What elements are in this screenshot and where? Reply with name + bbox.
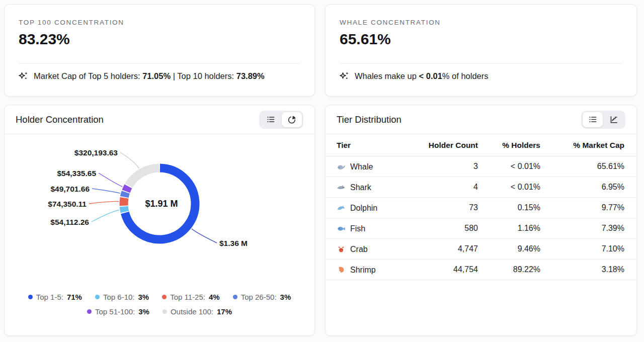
legend-value: 3%	[138, 293, 149, 301]
holder-count: 73	[411, 198, 478, 218]
donut-slice-top-51-100[interactable]	[126, 187, 128, 192]
legend-value: 3%	[280, 293, 291, 301]
pct-holders: < 0.01%	[478, 156, 540, 177]
holder-count: 3	[411, 156, 478, 177]
legend-value: 4%	[209, 293, 220, 301]
list-view-button[interactable]	[583, 112, 603, 127]
legend-dot	[28, 295, 33, 299]
legend-item-top-6-10[interactable]: Top 6-10: 3%	[95, 293, 149, 301]
donut-callout-line	[92, 189, 120, 193]
pct-holders: 89.22%	[478, 260, 540, 280]
panel-header: Holder Concentration	[5, 105, 314, 134]
legend-label: Top 11-25:	[170, 293, 205, 301]
legend-item-top-26-50[interactable]: Top 26-50: 3%	[233, 293, 291, 301]
donut-value-label-top-51-100: $54,335.65	[57, 169, 96, 178]
tier-row-shark: Shark4< 0.01%6.95%	[326, 177, 636, 198]
holder-count: 580	[411, 218, 478, 239]
view-toggle	[259, 111, 303, 129]
holder-count: 44,754	[411, 260, 478, 280]
tier-name: Fish	[350, 224, 365, 233]
donut-value-label-top-1-5: $1.36 M	[219, 239, 248, 247]
insight-note: Market Cap of Top 5 holders: 71.05% | To…	[19, 71, 300, 81]
column-header-pct-market-cap: % Market Cap	[540, 134, 636, 156]
donut-value-label-outside-100: $320,193.63	[74, 148, 118, 157]
view-toggle	[581, 111, 625, 129]
legend-label: Top 26-50:	[241, 293, 277, 301]
pct-holders: 9.46%	[478, 239, 540, 260]
legend-label: Top 51-100:	[95, 307, 135, 316]
tier-name: Whale	[350, 162, 373, 171]
stat-value: 65.61%	[340, 31, 622, 48]
tier-row-dolphin: Dolphin730.15%9.77%	[326, 198, 636, 218]
column-header-tier: Tier	[326, 134, 411, 156]
pct-market-cap: 3.18%	[540, 260, 636, 280]
legend-item-top-1-5[interactable]: Top 1-5: 71%	[28, 293, 82, 301]
donut-value-label-top-26-50: $49,701.66	[50, 185, 90, 193]
sparkle-icon	[340, 71, 350, 81]
whale-concentration-card: WHALE CONCENTRATION 65.61% Whales make u…	[325, 4, 637, 97]
legend-label: Top 6-10:	[103, 293, 135, 301]
holder-count: 4	[411, 177, 478, 198]
crab-icon	[337, 244, 346, 253]
list-view-button[interactable]	[261, 112, 281, 127]
stat-value: 83.23%	[19, 31, 300, 48]
legend-value: 17%	[217, 307, 232, 316]
pct-market-cap: 7.10%	[540, 239, 636, 260]
legend-dot	[162, 295, 167, 299]
insight-text: Market Cap of Top 5 holders: 71.05% | To…	[34, 71, 265, 81]
donut-svg: $1.36 M$54,112.26$74,350.11$49,701.66$54…	[5, 134, 315, 285]
fish-icon	[337, 224, 346, 233]
tier-name: Shrimp	[350, 266, 376, 274]
legend-dot	[163, 309, 167, 314]
pct-holders: < 0.01%	[478, 177, 540, 198]
stat-title: WHALE CONCENTRATION	[340, 19, 622, 26]
pct-holders: 1.16%	[478, 218, 540, 239]
shrimp-icon	[337, 265, 346, 274]
holder-count: 4,747	[411, 239, 478, 260]
insight-note: Whales make up < 0.01% of holders	[340, 71, 622, 81]
bar-view-button[interactable]	[604, 112, 624, 127]
legend-item-top-11-25[interactable]: Top 11-25: 4%	[162, 293, 219, 301]
legend-value: 71%	[67, 293, 82, 301]
donut-slice-top-11-25[interactable]	[124, 198, 124, 206]
tier-row-crab: Crab4,7479.46%7.10%	[326, 239, 636, 260]
top-100-concentration-card: TOP 100 CONCENTRATION 83.23% Market Cap …	[4, 4, 315, 97]
column-header-holder-count: Holder Count	[411, 134, 478, 156]
pct-market-cap: 7.39%	[540, 218, 636, 239]
tier-row-fish: Fish5801.16%7.39%	[326, 218, 636, 239]
donut-callout-line	[120, 152, 139, 168]
pct-market-cap: 65.61%	[540, 156, 636, 177]
pie-view-button[interactable]	[282, 112, 302, 127]
legend-label: Top 1-5:	[36, 293, 63, 301]
donut-center-total: $1.91 M	[145, 199, 178, 209]
whale-icon	[337, 162, 346, 171]
donut-slice-top-26-50[interactable]	[124, 192, 126, 197]
panel-title: Tier Distribution	[337, 114, 401, 125]
legend-label: Outside 100:	[171, 307, 213, 316]
divider	[340, 63, 622, 64]
shark-icon	[337, 183, 346, 192]
tier-distribution-card: Tier Distribution Tier Holder Count % Ho…	[325, 105, 637, 336]
legend-value: 3%	[138, 307, 149, 316]
legend-item-top-51-100[interactable]: Top 51-100: 3%	[87, 307, 149, 316]
donut-value-label-top-6-10: $54,112.26	[50, 218, 89, 226]
sparkle-icon	[19, 71, 29, 81]
legend-dot	[95, 295, 100, 299]
pct-market-cap: 6.95%	[540, 177, 636, 198]
legend-item-outside-100[interactable]: Outside 100: 17%	[163, 307, 232, 316]
table-header-row: Tier Holder Count % Holders % Market Cap	[326, 134, 636, 156]
donut-callout-line	[192, 229, 217, 243]
stat-title: TOP 100 CONCENTRATION	[19, 19, 300, 26]
donut-slice-top-6-10[interactable]	[124, 207, 125, 212]
donut-value-label-top-11-25: $74,350.11	[48, 200, 87, 208]
divider	[19, 63, 300, 64]
pct-market-cap: 9.77%	[540, 198, 636, 218]
legend-dot	[87, 309, 92, 314]
donut-callout-line	[99, 173, 122, 187]
donut-slice-outside-100[interactable]	[129, 168, 159, 186]
tier-row-shrimp: Shrimp44,75489.22%3.18%	[326, 260, 636, 280]
panel-header: Tier Distribution	[326, 105, 636, 134]
insight-text: Whales make up < 0.01% of holders	[355, 71, 489, 81]
holder-concentration-card: Holder Concentration $1.36 M$54,112.26$7…	[4, 105, 315, 336]
holder-concentration-donut-chart: $1.36 M$54,112.26$74,350.11$49,701.66$54…	[5, 134, 315, 285]
